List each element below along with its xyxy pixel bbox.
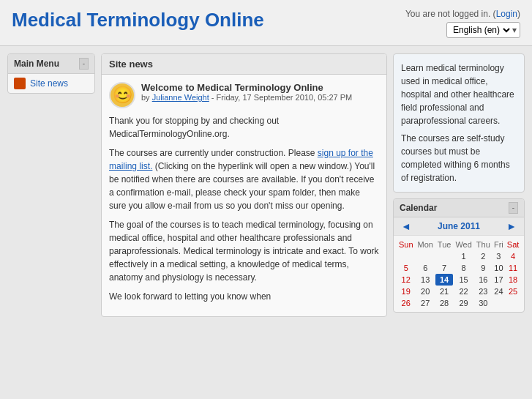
sidebar-item-site-news[interactable]: Site news [8,74,94,93]
info-paragraph-1: Learn medical terminology used in medica… [401,61,517,127]
calendar-nav: ◄ June 2011 ► [394,217,524,236]
calendar-day[interactable]: 29 [453,297,474,309]
cal-header-sat: Sat [505,239,521,250]
calendar-day[interactable]: 27 [415,297,435,309]
calendar-next-btn[interactable]: ► [503,220,520,232]
post-body: Thank you for stopping by and checking o… [109,114,379,303]
main-menu-box: Main Menu - Site news [7,53,95,94]
dropdown-icon: ▾ [512,25,517,35]
author-link[interactable]: Julianne Weight [152,93,209,102]
main-menu-header: Main Menu - [8,54,94,74]
calendar-day[interactable]: 18 [505,274,521,286]
post-paragraph-1: Thank you for stopping by and checking o… [109,114,379,141]
calendar-day[interactable]: 30 [474,297,492,309]
calendar-day[interactable]: 11 [505,262,521,274]
calendar-day [397,250,415,262]
calendar-day[interactable]: 13 [415,274,435,286]
right-sidebar: Learn medical terminology used in medica… [393,53,525,317]
info-box: Learn medical terminology used in medica… [393,53,525,193]
cal-header-mon: Mon [415,239,435,250]
mailing-list-link[interactable]: sign up for the mailing list. [109,148,373,171]
calendar-day[interactable]: 17 [492,274,505,286]
calendar-toggle[interactable]: - [509,202,518,214]
calendar-day [415,250,435,262]
calendar-month-label: June 2011 [438,221,480,231]
calendar-day[interactable]: 22 [453,286,474,297]
post-paragraph-2: The courses are currently under construc… [109,146,379,212]
calendar-day[interactable]: 6 [415,262,435,274]
calendar-day[interactable]: 12 [397,274,415,286]
language-select[interactable]: English (en) [450,24,512,36]
calendar-day[interactable]: 5 [397,262,415,274]
main-menu-toggle[interactable]: - [79,58,89,70]
cal-header-fri: Fri [492,239,505,250]
calendar-day[interactable]: 4 [505,250,521,262]
cal-header-sun: Sun [397,239,415,250]
login-status: You are not logged in. (Login) [405,9,520,19]
calendar-day[interactable]: 9 [474,262,492,274]
post-title: Welcome to Medical Terminology Online [141,82,352,93]
calendar-day[interactable]: 28 [435,297,453,309]
header-right: You are not logged in. (Login) English (… [405,9,520,38]
post-paragraph-4: We look forward to letting you know when [109,290,379,303]
news-meta: Welcome to Medical Terminology Online by… [141,82,352,102]
login-link[interactable]: Login [496,9,517,19]
page-header: Medical Terminology Online You are not l… [0,0,532,46]
calendar-day [492,297,505,309]
login-prefix: You are not logged in. ( [405,9,496,19]
calendar-day[interactable]: 23 [474,286,492,297]
calendar-label: Calendar [400,203,437,213]
site-news-icon [14,78,26,89]
cal-header-tue: Tue [435,239,453,250]
calendar-day [435,250,453,262]
calendar-day[interactable]: 16 [474,274,492,286]
avatar: 😊 [109,82,135,108]
calendar-day[interactable]: 14 [435,274,453,286]
calendar-day[interactable]: 2 [474,250,492,262]
sidebar-item-label: Site news [30,78,68,89]
site-news-header: Site news [102,54,386,75]
info-paragraph-2: The courses are self-study courses but m… [401,132,517,184]
calendar-box: Calendar - ◄ June 2011 ► Sun Mon Tue Wed [393,198,525,313]
calendar-day [505,297,521,309]
main-layout: Main Menu - Site news Site news 😊 Welc [0,46,532,324]
calendar-grid: Sun Mon Tue Wed Thu Fri Sat 123456789101… [394,236,524,312]
center-content: Site news 😊 Welcome to Medical Terminolo… [101,53,387,317]
byline-separator: - [211,93,217,102]
cal-header-thu: Thu [474,239,492,250]
login-suffix: ) [517,9,520,19]
post-byline: by Julianne Weight - Friday, 17 Septembe… [141,93,352,102]
left-sidebar: Main Menu - Site news [7,53,95,317]
byline-prefix: by [141,93,150,102]
cal-header-wed: Wed [453,239,474,250]
calendar-day[interactable]: 19 [397,286,415,297]
calendar-day[interactable]: 8 [453,262,474,274]
calendar-day[interactable]: 24 [492,286,505,297]
calendar-header: Calendar - [394,199,524,217]
calendar-day[interactable]: 25 [505,286,521,297]
calendar-day[interactable]: 7 [435,262,453,274]
news-post-header: 😊 Welcome to Medical Terminology Online … [109,82,379,108]
site-news-body: 😊 Welcome to Medical Terminology Online … [102,75,386,316]
site-news-box: Site news 😊 Welcome to Medical Terminolo… [101,53,387,317]
calendar-day[interactable]: 3 [492,250,505,262]
calendar-day[interactable]: 1 [453,250,474,262]
calendar-day[interactable]: 10 [492,262,505,274]
calendar-day[interactable]: 20 [415,286,435,297]
post-paragraph-3: The goal of the courses is to teach medi… [109,218,379,284]
calendar-day[interactable]: 26 [397,297,415,309]
calendar-table: Sun Mon Tue Wed Thu Fri Sat 123456789101… [397,239,521,309]
avatar-emoji: 😊 [113,86,132,105]
site-news-label: Site news [109,59,153,70]
calendar-body: 1234567891011121314151617181920212223242… [397,250,521,309]
calendar-day[interactable]: 21 [435,286,453,297]
calendar-prev-btn[interactable]: ◄ [398,220,414,232]
main-menu-label: Main Menu [14,59,59,69]
lang-selector[interactable]: English (en) ▾ [446,22,520,38]
site-title[interactable]: Medical Terminology Online [12,9,264,31]
post-date: Friday, 17 September 2010, 05:27 PM [217,93,353,102]
calendar-day[interactable]: 15 [453,274,474,286]
